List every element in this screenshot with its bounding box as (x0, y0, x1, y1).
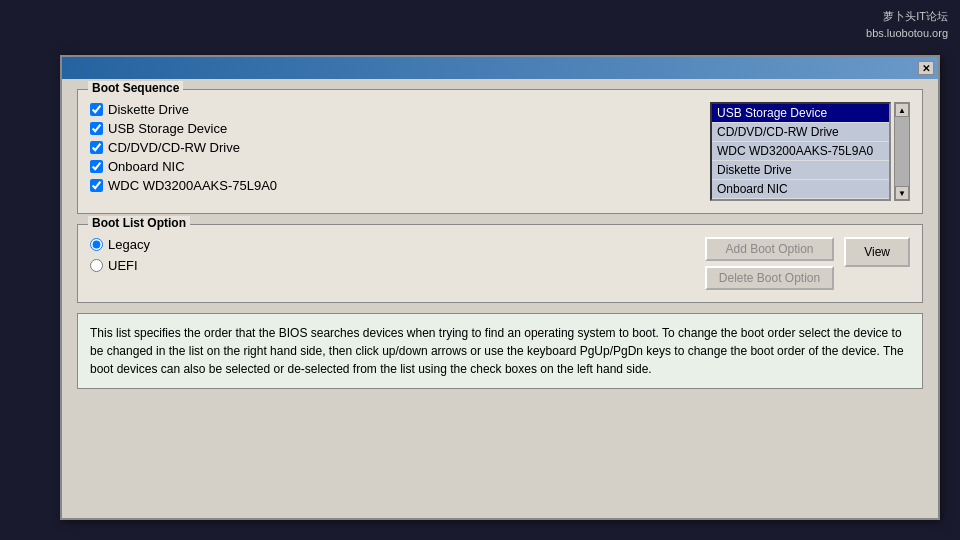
content-area: Boot Sequence Diskette Drive USB Storage… (62, 79, 938, 399)
diskette-drive-checkbox[interactable] (90, 103, 103, 116)
uefi-radio[interactable] (90, 259, 103, 272)
delete-boot-option-button[interactable]: Delete Boot Option (705, 266, 834, 290)
boot-option-buttons: Add Boot Option Delete Boot Option View (705, 237, 910, 290)
view-button[interactable]: View (844, 237, 910, 267)
add-delete-buttons: Add Boot Option Delete Boot Option (705, 237, 834, 290)
diskette-drive-label: Diskette Drive (108, 102, 189, 117)
list-item: WDC WD3200AAKS-75L9A0 (90, 178, 700, 193)
uefi-label: UEFI (108, 258, 138, 273)
list-item: CD/DVD/CD-RW Drive (90, 140, 700, 155)
list-item: USB Storage Device (90, 121, 700, 136)
list-item[interactable]: Onboard NIC (712, 180, 889, 199)
usb-storage-label: USB Storage Device (108, 121, 227, 136)
list-item: Legacy (90, 237, 150, 252)
main-window: ✕ Boot Sequence Diskette Drive USB Stora… (60, 55, 940, 520)
description-text: This list specifies the order that the B… (90, 326, 904, 376)
wdc-checkbox[interactable] (90, 179, 103, 192)
boot-mode-radios: Legacy UEFI (90, 237, 150, 273)
watermark-line1: 萝卜头IT论坛 (866, 8, 948, 25)
boot-list-inner: Legacy UEFI Add Boot Option Delete Boot … (90, 237, 910, 290)
watermark: 萝卜头IT论坛 bbs.luobotou.org (866, 8, 948, 41)
title-bar: ✕ (62, 57, 938, 79)
cddvd-checkbox[interactable] (90, 141, 103, 154)
onboard-nic-label: Onboard NIC (108, 159, 185, 174)
boot-sequence-inner: Diskette Drive USB Storage Device CD/DVD… (90, 102, 910, 201)
boot-device-checklist: Diskette Drive USB Storage Device CD/DVD… (90, 102, 700, 201)
scrollbar[interactable]: ▲ ▼ (894, 102, 910, 201)
close-button[interactable]: ✕ (918, 61, 934, 75)
wdc-label: WDC WD3200AAKS-75L9A0 (108, 178, 277, 193)
scroll-track (895, 117, 909, 186)
list-item[interactable]: Diskette Drive (712, 161, 889, 180)
watermark-line2: bbs.luobotou.org (866, 25, 948, 42)
scroll-down-arrow[interactable]: ▼ (895, 186, 909, 200)
description-box: This list specifies the order that the B… (77, 313, 923, 389)
boot-sequence-group: Boot Sequence Diskette Drive USB Storage… (77, 89, 923, 214)
boot-sequence-label: Boot Sequence (88, 81, 183, 95)
cddvd-label: CD/DVD/CD-RW Drive (108, 140, 240, 155)
boot-list-option-group: Boot List Option Legacy UEFI Add Boot Op… (77, 224, 923, 303)
legacy-radio[interactable] (90, 238, 103, 251)
boot-order-listbox[interactable]: USB Storage Device CD/DVD/CD-RW Drive WD… (710, 102, 891, 201)
boot-list-option-label: Boot List Option (88, 216, 190, 230)
onboard-nic-checkbox[interactable] (90, 160, 103, 173)
list-item[interactable]: USB Storage Device (712, 104, 889, 123)
list-item: Onboard NIC (90, 159, 700, 174)
add-boot-option-button[interactable]: Add Boot Option (705, 237, 834, 261)
list-item[interactable]: WDC WD3200AAKS-75L9A0 (712, 142, 889, 161)
list-item: Diskette Drive (90, 102, 700, 117)
scroll-up-arrow[interactable]: ▲ (895, 103, 909, 117)
list-item[interactable]: CD/DVD/CD-RW Drive (712, 123, 889, 142)
legacy-label: Legacy (108, 237, 150, 252)
boot-order-listbox-container: USB Storage Device CD/DVD/CD-RW Drive WD… (710, 102, 910, 201)
usb-storage-checkbox[interactable] (90, 122, 103, 135)
list-item: UEFI (90, 258, 150, 273)
